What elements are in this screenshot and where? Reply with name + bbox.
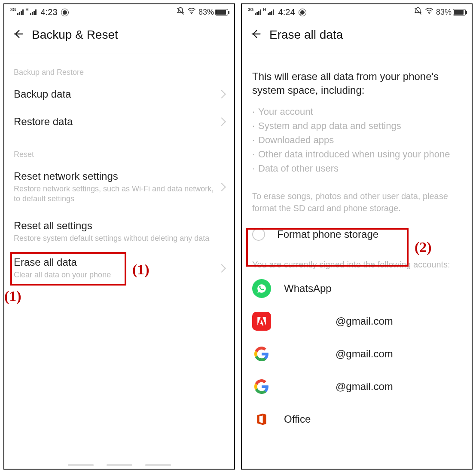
network-label-2: H bbox=[263, 7, 266, 12]
row-reset-network[interactable]: Reset network settings Restore network s… bbox=[4, 163, 234, 212]
format-hint: To erase songs, photos and other user da… bbox=[242, 179, 472, 218]
status-bar: 3G H 4:24 83% bbox=[242, 4, 472, 18]
signal-bars-2-icon bbox=[30, 9, 37, 15]
bullet-item: Other data introduced when using your ph… bbox=[252, 147, 461, 161]
bell-off-icon bbox=[176, 7, 185, 18]
row-title: Reset all settings bbox=[14, 220, 225, 232]
row-erase-all[interactable]: Erase all data Clear all data on your ph… bbox=[4, 251, 234, 288]
page-title: Backup & Reset bbox=[32, 28, 118, 42]
bullet-item: Downloaded apps bbox=[252, 133, 461, 147]
row-reset-all[interactable]: Reset all settings Restore system defaul… bbox=[4, 212, 234, 251]
row-title: Erase all data bbox=[14, 256, 214, 268]
battery-indicator: 83% bbox=[198, 8, 228, 17]
account-name: @gmail.com bbox=[336, 381, 393, 393]
account-row-google-1[interactable]: @gmail.com bbox=[242, 338, 472, 370]
annotation-label-2: (2) bbox=[415, 239, 432, 255]
network-label-2: H bbox=[25, 7, 28, 12]
row-format-storage[interactable]: Format phone storage bbox=[242, 218, 472, 250]
annotation-label-1: (1) bbox=[132, 261, 150, 278]
nav-indicator bbox=[4, 464, 234, 466]
bullet-item: Data of other users bbox=[252, 161, 461, 175]
erase-description: This will erase all data from your phone… bbox=[242, 53, 472, 104]
account-name: @gmail.com bbox=[336, 315, 393, 327]
signal-bars-1-icon bbox=[17, 9, 24, 15]
row-backup-data[interactable]: Backup data bbox=[4, 80, 234, 108]
row-title: Restore data bbox=[14, 116, 214, 128]
whatsapp-status-icon bbox=[61, 9, 69, 16]
battery-icon bbox=[215, 9, 228, 15]
whatsapp-status-icon bbox=[299, 9, 306, 16]
svg-point-1 bbox=[429, 13, 430, 15]
account-name: @gmail.com bbox=[336, 348, 393, 360]
account-name: WhatsApp bbox=[284, 283, 332, 295]
page-title: Erase all data bbox=[269, 28, 343, 42]
battery-percent: 83% bbox=[198, 8, 214, 17]
account-name: Office bbox=[284, 413, 311, 425]
row-subtitle: Clear all data on your phone bbox=[14, 270, 214, 280]
annotation-label-1: (1) bbox=[4, 288, 21, 304]
bullet-item: Your account bbox=[252, 104, 461, 119]
whatsapp-icon bbox=[252, 279, 271, 298]
account-row-google-2[interactable]: @gmail.com bbox=[242, 370, 472, 403]
header: Erase all data bbox=[242, 18, 472, 53]
bullet-item: System and app data and settings bbox=[252, 119, 461, 133]
battery-indicator: 83% bbox=[436, 8, 466, 17]
chevron-right-icon bbox=[217, 90, 226, 98]
back-arrow-icon[interactable] bbox=[12, 28, 24, 42]
screen-erase-all-data: 3G H 4:24 83% Erase all data bbox=[241, 3, 473, 470]
battery-percent: 83% bbox=[436, 8, 452, 17]
section-reset: Reset bbox=[4, 135, 234, 163]
signal-bars-2-icon bbox=[268, 9, 274, 15]
wifi-icon bbox=[187, 7, 196, 18]
account-row-adobe[interactable]: @gmail.com bbox=[242, 305, 472, 338]
row-subtitle: Restore system default settings without … bbox=[14, 233, 225, 243]
status-bar: 3G H 4:23 83% bbox=[4, 4, 234, 18]
clock: 4:23 bbox=[41, 7, 58, 17]
clock: 4:24 bbox=[278, 7, 295, 17]
account-row-whatsapp[interactable]: WhatsApp bbox=[242, 272, 472, 305]
row-subtitle: Restore network settings, such as Wi-Fi … bbox=[14, 184, 214, 204]
battery-icon bbox=[453, 9, 466, 15]
svg-point-0 bbox=[191, 13, 192, 15]
signed-in-label: You are currently signed into the follow… bbox=[242, 250, 472, 272]
wifi-icon bbox=[425, 7, 433, 18]
chevron-right-icon bbox=[217, 183, 226, 191]
network-label-1: 3G bbox=[248, 7, 253, 12]
section-backup-restore: Backup and Restore bbox=[4, 53, 234, 80]
chevron-right-icon bbox=[217, 264, 226, 273]
format-label: Format phone storage bbox=[277, 228, 378, 240]
office-icon bbox=[252, 410, 271, 429]
google-icon bbox=[252, 344, 271, 363]
radio-unchecked-icon[interactable] bbox=[252, 228, 265, 241]
header: Backup & Reset bbox=[4, 18, 234, 53]
row-title: Backup data bbox=[14, 88, 214, 100]
signal-bars-1-icon bbox=[255, 9, 261, 15]
bell-off-icon bbox=[414, 7, 422, 18]
row-title: Reset network settings bbox=[14, 170, 214, 182]
network-label-1: 3G bbox=[10, 7, 16, 12]
chevron-right-icon bbox=[217, 117, 226, 126]
google-icon bbox=[252, 377, 271, 396]
adobe-icon bbox=[252, 312, 271, 331]
screen-backup-reset: 3G H 4:23 83% Backup & Reset bbox=[3, 3, 235, 470]
row-restore-data[interactable]: Restore data bbox=[4, 108, 234, 135]
account-row-office[interactable]: Office bbox=[242, 403, 472, 436]
erase-bullet-list: Your account System and app data and set… bbox=[242, 104, 472, 179]
back-arrow-icon[interactable] bbox=[250, 28, 262, 42]
